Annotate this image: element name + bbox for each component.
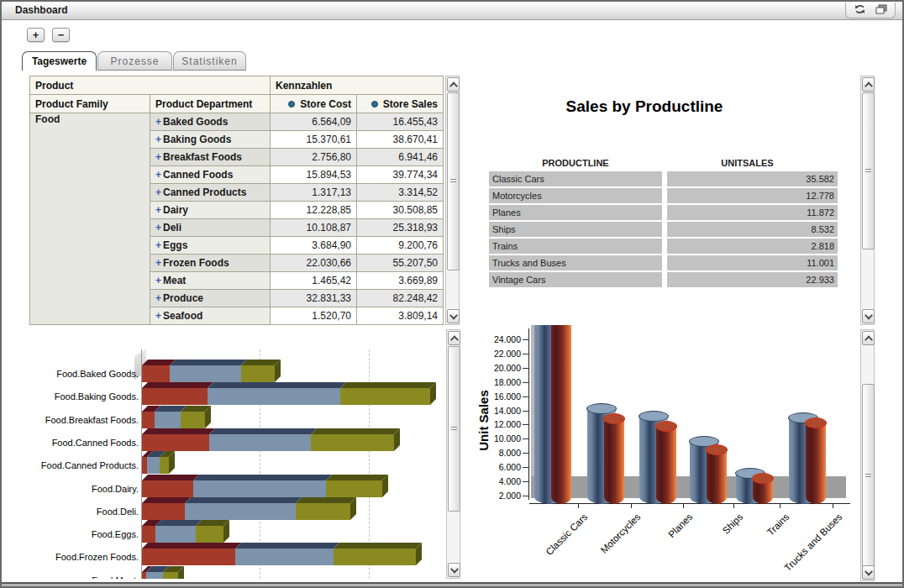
scroll-up-button[interactable] bbox=[862, 331, 875, 345]
cylinder-red bbox=[551, 325, 571, 504]
store-cost-cell: 22.030,66 bbox=[271, 255, 357, 272]
store-cost-cell: 1.317,13 bbox=[271, 184, 357, 202]
store-cost-cell: 2.756,80 bbox=[271, 149, 357, 166]
product-department-cell[interactable]: +Eggs bbox=[150, 237, 271, 255]
scroll-up-button[interactable] bbox=[448, 331, 460, 345]
cylinder-red bbox=[604, 417, 624, 504]
scroll-down-button[interactable] bbox=[862, 565, 875, 580]
y-tick-mark bbox=[523, 368, 528, 369]
scroll-down-button[interactable] bbox=[447, 309, 460, 323]
store-cost-cell: 1.520,70 bbox=[271, 307, 357, 325]
drill-down-icon: + bbox=[155, 222, 161, 234]
bar-row: Food.Deli. bbox=[29, 497, 443, 520]
cylinderchart-scrollbar[interactable] bbox=[860, 329, 875, 581]
bar-segment-top-face bbox=[142, 497, 191, 503]
store-sales-cell: 6.941,46 bbox=[357, 149, 444, 166]
table-scrollbar[interactable] bbox=[445, 76, 460, 325]
refresh-button[interactable] bbox=[853, 5, 866, 16]
zoom-in-button[interactable]: + bbox=[27, 28, 45, 42]
scrollbar-thumb[interactable] bbox=[862, 92, 875, 249]
drill-down-icon: + bbox=[155, 292, 161, 304]
drill-down-icon: + bbox=[155, 239, 161, 251]
product-department-cell[interactable]: +Canned Products bbox=[150, 184, 271, 202]
scroll-up-button[interactable] bbox=[862, 77, 875, 92]
scrollbar-thumb[interactable] bbox=[447, 92, 460, 270]
productline-scrollbar[interactable] bbox=[860, 76, 875, 325]
productline-title: Sales by Productline bbox=[465, 97, 823, 116]
product-department-cell[interactable]: +Deli bbox=[150, 219, 271, 237]
measure-diamond-icon bbox=[288, 101, 295, 108]
y-tick-label: 6.000 bbox=[482, 462, 521, 472]
bar-category-label: Food.Breakfast Foods. bbox=[29, 412, 139, 428]
cascade-windows-button[interactable] bbox=[875, 5, 888, 16]
bar-category-label: Food.Baked Goods. bbox=[29, 365, 139, 382]
product-department-cell[interactable]: +Frozen Foods bbox=[150, 255, 271, 272]
productline-unitsales: 35.582 bbox=[667, 171, 838, 186]
bar-segment-top-face bbox=[142, 382, 213, 388]
bar-segment-olive-series bbox=[334, 549, 416, 565]
cylinder-red bbox=[707, 449, 727, 504]
bar-category-label: Food.Canned Foods. bbox=[29, 434, 139, 451]
scrollbar-thumb[interactable] bbox=[862, 384, 875, 569]
bar-segment-blue-series bbox=[147, 457, 160, 474]
bar-row: Food.Eggs. bbox=[29, 520, 443, 543]
scroll-up-button[interactable] bbox=[447, 77, 460, 92]
scroll-down-button[interactable] bbox=[862, 309, 875, 323]
tab-statistiken[interactable]: Statistiken bbox=[173, 51, 246, 71]
col-header-store-sales[interactable]: Store Sales bbox=[357, 95, 444, 113]
productline-name: Trains bbox=[489, 239, 662, 254]
product-department-cell[interactable]: +Meat bbox=[150, 272, 271, 290]
productline-unitsales: 2.818 bbox=[667, 239, 838, 254]
bar-category-label: Food.Baking Goods. bbox=[29, 388, 139, 405]
cylinder-top-cap bbox=[655, 421, 677, 432]
col-header-store-cost[interactable]: Store Cost bbox=[271, 95, 357, 113]
bar-category-label: Food.Meat. bbox=[29, 572, 139, 579]
chevron-down-icon bbox=[865, 567, 873, 575]
product-department-cell[interactable]: +Breakfast Foods bbox=[150, 149, 271, 166]
productline-row: Vintage Cars22.933 bbox=[489, 272, 838, 287]
y-tick-label: 14.000 bbox=[482, 406, 521, 416]
bar-segment-blue-series bbox=[235, 549, 334, 565]
bar-segment-red-series bbox=[142, 412, 155, 428]
bar-end-face bbox=[430, 382, 436, 405]
productline-unitsales: 22.933 bbox=[667, 272, 838, 287]
bar-row: Food.Canned Foods. bbox=[29, 428, 443, 451]
product-family-cell[interactable]: Food bbox=[30, 113, 150, 325]
y-tick-mark bbox=[523, 481, 528, 482]
drill-down-icon: + bbox=[155, 134, 161, 145]
y-tick-mark bbox=[523, 467, 528, 468]
tab-tageswerte[interactable]: Tageswerte bbox=[22, 51, 97, 71]
zoom-out-button[interactable]: − bbox=[52, 28, 70, 42]
y-tick-mark bbox=[523, 424, 528, 425]
pivot-group-header-product: Product bbox=[30, 76, 271, 95]
tab-prozesse[interactable]: Prozesse bbox=[97, 51, 172, 71]
store-cost-cell: 6.564,09 bbox=[271, 113, 357, 131]
cascade-windows-icon bbox=[875, 4, 887, 17]
product-department-cell[interactable]: +Canned Foods bbox=[150, 166, 271, 184]
bar-row: Food.Baked Goods. bbox=[29, 360, 443, 382]
cylinder-chart: Unit Sales 24.00022.00020.00018.00016.00… bbox=[465, 325, 857, 582]
y-tick-label: 12.000 bbox=[482, 419, 521, 429]
bar-segment-red-series bbox=[142, 388, 208, 405]
y-tick-label: 2.000 bbox=[482, 491, 521, 501]
productline-name: Vintage Cars bbox=[489, 272, 662, 287]
bar-category-label: Food.Deli. bbox=[29, 503, 139, 520]
bar-category-label: Food.Canned Products. bbox=[29, 457, 139, 474]
refresh-icon bbox=[854, 3, 866, 18]
scroll-down-button[interactable] bbox=[448, 563, 460, 577]
drill-down-icon: + bbox=[155, 204, 161, 216]
product-department-cell[interactable]: +Produce bbox=[150, 290, 271, 307]
thumb-grip bbox=[450, 179, 456, 184]
product-department-cell[interactable]: +Seafood bbox=[150, 307, 271, 325]
product-department-cell[interactable]: +Baking Goods bbox=[150, 131, 271, 149]
bar-segment-top-face bbox=[311, 428, 400, 434]
bar-segment-blue-series bbox=[170, 365, 241, 382]
bar-segment-olive-series bbox=[340, 388, 430, 405]
scrollbar-thumb[interactable] bbox=[448, 346, 460, 512]
barchart-scrollbar[interactable] bbox=[446, 329, 460, 579]
store-sales-cell: 55.207,50 bbox=[357, 255, 444, 272]
product-department-cell[interactable]: +Dairy bbox=[150, 202, 271, 219]
product-department-cell[interactable]: +Baked Goods bbox=[150, 113, 271, 131]
y-tick-label: 20.000 bbox=[482, 363, 521, 373]
titlebar-buttons bbox=[845, 3, 896, 18]
